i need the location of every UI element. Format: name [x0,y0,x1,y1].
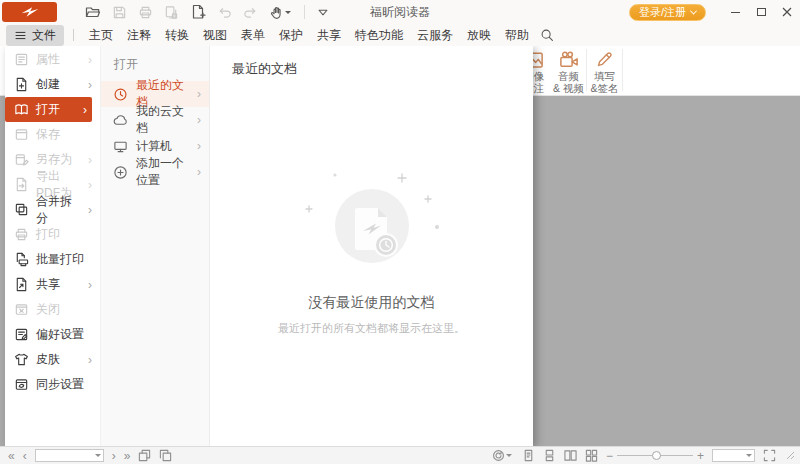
ribbon-group-audio-video[interactable]: 音频 & 视频 [551,46,586,94]
continuous-page-icon [543,449,556,462]
place-item-label: 我的云文档 [136,103,189,137]
sidebar-item-label: 创建 [36,76,60,93]
prev-page-button[interactable]: ‹ [23,450,27,462]
facing-continuous-button[interactable] [585,449,598,462]
copy-page-button[interactable] [164,5,179,20]
new-document-button[interactable] [190,4,206,20]
hand-tool-button[interactable] [269,5,293,20]
sidebar-item-batch-print[interactable]: 批量打印 [5,247,100,272]
save-button[interactable] [112,5,127,20]
next-view-icon [159,449,172,462]
maximize-button[interactable] [748,2,774,22]
place-item-add-a-place[interactable]: 添加一个位置› [101,159,209,185]
undo-icon [217,5,232,20]
chevron-right-icon: › [88,355,100,365]
undo-button[interactable] [217,5,232,20]
chevron-down-icon[interactable] [746,454,752,460]
tab-home[interactable]: 主页 [82,24,120,47]
file-menu-button[interactable]: 文件 [6,25,64,46]
search-button[interactable] [540,28,554,42]
tab-special-features[interactable]: 特色功能 [348,24,410,47]
chevron-down-icon[interactable] [95,454,101,460]
maximize-icon [757,8,766,16]
next-view-button[interactable] [159,449,172,462]
last-page-button[interactable]: » [124,450,131,462]
skin-icon [14,352,29,367]
login-register-button[interactable]: 登录/注册 [629,4,706,21]
resize-grip[interactable] [786,451,795,460]
zoom-slider-knob[interactable] [652,451,661,460]
empty-state-caption: 最近打开的所有文档都将显示在这里。 [210,321,533,336]
facing-page-button[interactable] [564,449,577,462]
sidebar-item-open[interactable]: 打开› [5,97,92,122]
sidebar-item-sync-settings[interactable]: 同步设置 [5,372,100,397]
close-button[interactable] [774,2,800,22]
zoom-in-button[interactable]: + [697,450,704,462]
new-document-icon [190,4,206,20]
chevron-right-icon: › [197,115,209,125]
sidebar-item-label: 合并拆分 [36,193,81,227]
minimize-icon [731,12,740,13]
print-button[interactable] [138,5,153,20]
file-menu-sidebar: 属性›创建›打开›保存另存为›导出PDF为›合并拆分›打印批量打印共享›关闭偏好… [5,46,100,446]
batch-print-icon [14,252,29,267]
zoom-level-input[interactable] [713,450,745,461]
continuous-page-button[interactable] [543,449,556,462]
titlebar-right: 登录/注册 [629,2,800,22]
title-bar: 福昕阅读器 登录/注册 [0,0,800,24]
places-header: 打开 [101,46,209,81]
zoom-out-button[interactable]: − [606,450,613,462]
customize-toolbar-button[interactable] [316,5,330,19]
sidebar-item-skin[interactable]: 皮肤› [5,347,100,372]
redo-button[interactable] [243,5,258,20]
view-controls: − + [492,449,795,462]
chevron-right-icon: › [88,155,100,165]
next-page-button[interactable]: › [112,450,116,462]
sidebar-item-print[interactable]: 打印 [5,222,100,247]
open-icon [14,102,29,117]
tab-protect[interactable]: 保护 [272,24,310,47]
tab-convert[interactable]: 转换 [158,24,196,47]
sidebar-item-properties[interactable]: 属性› [5,47,100,72]
tab-form[interactable]: 表单 [234,24,272,47]
single-page-icon [522,449,535,462]
fit-screen-button[interactable] [763,449,776,462]
sidebar-item-create[interactable]: 创建› [5,72,100,97]
tab-comment[interactable]: 注释 [120,24,158,47]
file-backstage-panel: 属性›创建›打开›保存另存为›导出PDF为›合并拆分›打印批量打印共享›关闭偏好… [5,46,533,446]
prev-view-button[interactable] [138,449,151,462]
chevron-right-icon: › [88,205,100,215]
zoom-slider-track[interactable] [617,455,693,456]
sidebar-item-label: 偏好设置 [36,326,84,343]
chevron-right-icon: › [197,141,209,151]
sidebar-item-label: 批量打印 [36,251,84,268]
tab-help[interactable]: 帮助 [498,24,536,47]
chevron-right-icon: › [88,280,100,290]
sidebar-item-share[interactable]: 共享› [5,272,100,297]
tab-view[interactable]: 视图 [196,24,234,47]
page-number-input[interactable] [36,450,94,461]
search-icon [540,28,554,42]
ribbon-label-line: &签名 [590,82,618,94]
first-page-button[interactable]: « [8,450,15,462]
sidebar-item-merge-split[interactable]: 合并拆分› [5,197,100,222]
customize-toolbar-icon [316,5,330,19]
sidebar-item-close[interactable]: 关闭 [5,297,100,322]
menu-separator [73,29,74,41]
sidebar-item-label: 皮肤 [36,351,60,368]
minimize-button[interactable] [722,2,748,22]
sidebar-item-preferences[interactable]: 偏好设置 [5,322,100,347]
rotate-view-button[interactable] [492,449,514,462]
chevron-right-icon: › [197,89,209,99]
toolbar-separator [304,5,305,19]
place-item-label: 添加一个位置 [136,155,189,189]
sidebar-item-label: 属性 [36,51,60,68]
tab-share[interactable]: 共享 [310,24,348,47]
open-file-button[interactable] [85,4,101,20]
place-item-my-cloud-documents[interactable]: 我的云文档› [101,107,209,133]
single-page-button[interactable] [522,449,535,462]
tab-cloud-service[interactable]: 云服务 [410,24,460,47]
ribbon-group-fill-sign[interactable]: 填写 &签名 [587,46,622,94]
tab-presentation[interactable]: 放映 [460,24,498,47]
sidebar-item-save[interactable]: 保存 [5,122,100,147]
